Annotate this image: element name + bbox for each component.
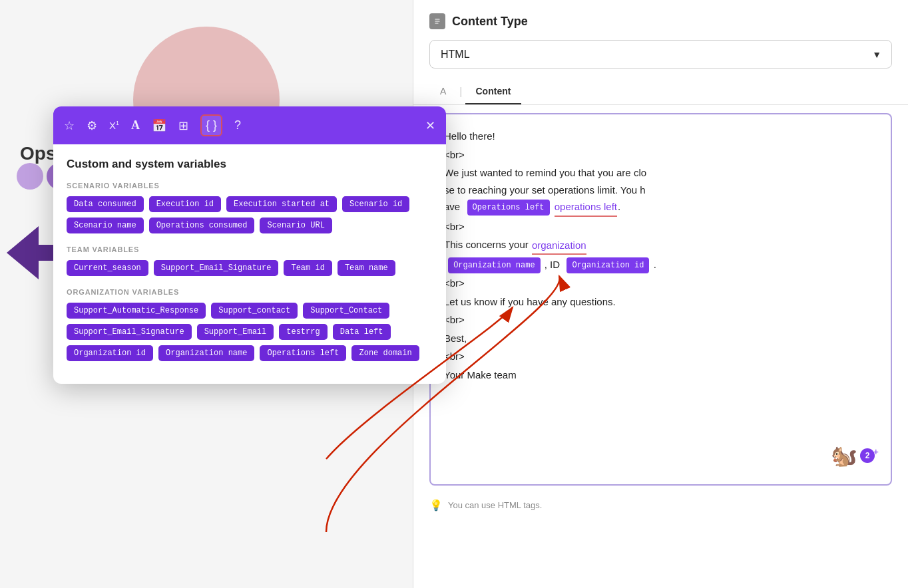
pill-organization-id[interactable]: Organization id [567,257,649,273]
braces-icon[interactable]: { } [200,114,222,136]
emoji-badges: 🐿️ 2 + [831,438,875,474]
plus-icon: + [873,444,879,460]
tag-scenario-url[interactable]: Scenario URL [260,218,332,233]
html-select-wrapper[interactable]: HTML Text ▼ [429,40,892,69]
link-organization: organization [532,237,586,255]
line-br1: <br> [444,146,877,164]
line-best: Best, [444,330,877,347]
line-hello: Hello there! [444,128,877,145]
tag-support-email-signature-team[interactable]: Support_Email_Signature [154,260,279,276]
tag-team-name[interactable]: Team name [338,260,395,276]
tag-team-id[interactable]: Team id [284,260,332,276]
team-section-label: TEAM VARIABLES [67,245,433,253]
org-tags-group: Support_Automatic_Response Support_conta… [67,303,433,361]
tag-scenario-name[interactable]: Scenario name [67,218,144,233]
star-icon[interactable]: ☆ [64,118,75,133]
tag-execution-started-at[interactable]: Execution started at [226,196,337,212]
tag-zone-domain[interactable]: Zone domain [351,345,419,361]
bg-circle-purple-light [17,163,43,190]
tag-testrrg[interactable]: testrrg [279,324,327,340]
content-type-select[interactable]: HTML Text [429,40,892,69]
line-br5: <br> [444,348,877,365]
tab-a[interactable]: A [429,79,457,104]
team-tags-group: Current_season Support_Email_Signature T… [67,260,433,276]
superscript-icon[interactable]: X1 [109,120,119,131]
notification-badge: 2 [860,448,875,463]
tag-support-contact-lower[interactable]: Support_contact [211,303,298,319]
badge-wrapper: 2 + [860,448,875,463]
bg-arrow-shape [7,226,60,279]
hint-text: You can use HTML tags. [448,500,542,510]
close-icon[interactable]: ✕ [425,118,435,133]
tag-operations-left[interactable]: Operations left [260,345,346,361]
line-questions: Let us know if you have any questions. [444,293,877,311]
table-icon[interactable]: ⊞ [178,118,188,133]
content-type-icon [429,13,445,29]
font-icon[interactable]: A [131,118,140,132]
tag-scenario-id[interactable]: Scenario id [342,196,409,212]
bg-ops-label: Ops [20,143,56,164]
tag-data-left[interactable]: Data left [333,324,391,340]
panel-body: Custom and system variables SCENARIO VAR… [53,144,446,384]
pill-organization-name[interactable]: Organization name [448,257,540,273]
tag-current-season[interactable]: Current_season [67,260,148,276]
pill-operations-left[interactable]: Operations left [467,200,550,216]
line-br4: <br> [444,311,877,329]
line-reminder: We just wanted to remind you that you ar… [444,164,877,217]
tag-support-email[interactable]: Support_Email [197,324,274,340]
content-editor[interactable]: Hello there! <br> We just wanted to remi… [429,113,892,486]
tag-data-consumed[interactable]: Data consumed [67,196,144,212]
tag-organization-id[interactable]: Organization id [67,345,153,361]
question-icon[interactable]: ? [234,118,241,132]
scenario-section-label: SCENARIO VARIABLES [67,182,433,190]
calendar-icon[interactable]: 📅 [152,118,166,133]
panel-toolbar: ☆ ⚙ X1 A 📅 ⊞ { } ? ✕ [53,106,446,144]
org-section-label: ORGANIZATION VARIABLES [67,288,433,296]
tab-content[interactable]: Content [465,79,522,104]
line-br3: <br> [444,275,877,292]
tag-organization-name[interactable]: Organization name [158,345,254,361]
line-signature: Your Make team [444,367,877,384]
lightbulb-icon: 💡 [429,499,443,512]
tabs-row: A | Content [413,79,908,105]
content-type-label: Content Type [452,15,528,29]
line-org-ids: Organization name , ID Organization id . [444,256,877,273]
tag-support-contact-upper[interactable]: Support_Contact [303,303,389,319]
tag-execution-id[interactable]: Execution id [149,196,221,212]
content-type-header: Content Type [413,0,908,40]
variables-panel: ☆ ⚙ X1 A 📅 ⊞ { } ? ✕ Custom and system v… [53,106,446,384]
squirrel-emoji: 🐿️ [831,438,857,474]
line-br2: <br> [444,218,877,235]
gear-icon[interactable]: ⚙ [87,118,97,133]
tag-support-email-signature-org[interactable]: Support_Email_Signature [67,324,192,340]
panel-title: Custom and system variables [67,158,433,171]
scenario-tags-group: Data consumed Execution id Execution sta… [67,196,433,233]
hint-row: 💡 You can use HTML tags. [413,494,908,517]
right-panel: Content Type HTML Text ▼ A | Content Hel… [413,0,908,588]
line-concerns: This concerns your organization [444,236,877,255]
tag-operations-consumed[interactable]: Operations consumed [149,218,255,233]
tag-support-automatic-response[interactable]: Support_Automatic_Response [67,303,206,319]
link-operations-left: operations left [555,198,617,217]
